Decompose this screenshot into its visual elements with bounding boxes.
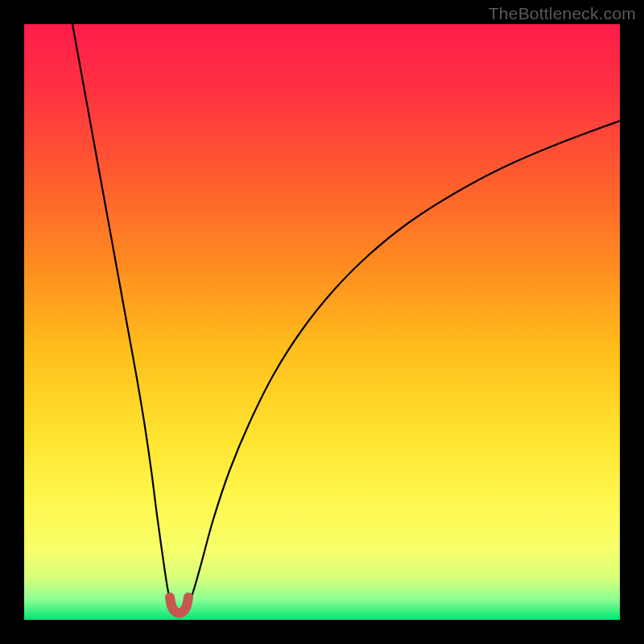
- watermark-text: TheBottleneck.com: [489, 4, 636, 23]
- gradient-background: [24, 24, 620, 620]
- plot-area: [24, 24, 620, 620]
- outer-frame: TheBottleneck.com: [0, 0, 644, 644]
- svg-rect-0: [24, 24, 620, 620]
